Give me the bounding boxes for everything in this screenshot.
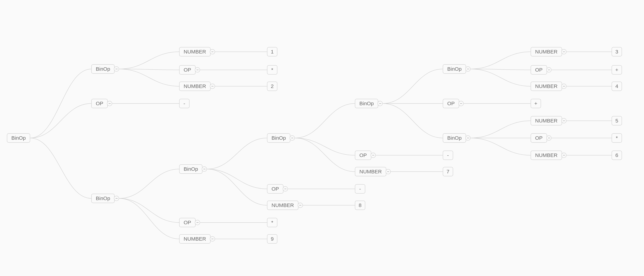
tree-node-A3: NUMBER− (179, 82, 215, 91)
collapse-toggle-icon[interactable]: − (107, 101, 112, 106)
collapse-toggle-icon[interactable]: − (378, 101, 383, 106)
collapse-toggle-icon[interactable]: − (202, 166, 207, 172)
collapse-toggle-icon[interactable]: − (195, 220, 200, 225)
tree-node-label: OP (531, 65, 547, 75)
tree-node-label: NUMBER (267, 201, 298, 210)
tree-node-value: + (612, 65, 622, 75)
tree-node-label: NUMBER (179, 234, 210, 243)
tree-node-value: * (612, 133, 622, 143)
tree-node-value: - (179, 99, 190, 108)
tree-node-value: 3 (612, 47, 622, 56)
tree-node-label: BinOp (267, 133, 290, 143)
tree-node-B3v: 9 (267, 234, 278, 243)
tree-node-B1a1cnv: 5 (612, 116, 622, 125)
tree-node-B1a3: NUMBER− (355, 167, 391, 176)
tree-node-A3v: 2 (267, 82, 278, 91)
collapse-toggle-icon[interactable]: − (195, 67, 200, 73)
collapse-toggle-icon[interactable]: − (465, 135, 470, 141)
collapse-toggle-icon[interactable]: − (210, 236, 215, 241)
collapse-toggle-icon[interactable]: − (465, 66, 470, 72)
tree-node-label: NUMBER (531, 82, 562, 91)
tree-node-B1a1am: NUMBER− (531, 82, 566, 91)
tree-node-B1a1co: OP− (531, 133, 552, 143)
tree-node-opAB: OP− (91, 99, 112, 108)
tree-node-label: OP (179, 65, 196, 75)
tree-node-label: OP (91, 99, 108, 108)
collapse-toggle-icon[interactable]: − (546, 135, 552, 141)
tree-node-value: - (355, 184, 365, 193)
tree-node-label: BinOp (355, 99, 378, 108)
tree-node-B1a1cmv: 6 (612, 151, 622, 160)
tree-node-label: OP (267, 184, 284, 193)
collapse-toggle-icon[interactable]: − (561, 118, 566, 123)
tree-node-label: NUMBER (355, 167, 386, 176)
tree-node-label: BinOp (443, 133, 466, 143)
tree-node-B1a1an: NUMBER− (531, 47, 566, 56)
tree-node-A2v: * (267, 65, 278, 75)
collapse-toggle-icon[interactable]: − (458, 101, 464, 106)
tree-node-label: BinOp (91, 64, 114, 74)
tree-node-value: 5 (612, 116, 622, 125)
tree-node-label: OP (179, 218, 196, 227)
tree-node-value: 1 (267, 47, 278, 56)
collapse-toggle-icon[interactable]: − (546, 67, 552, 73)
collapse-toggle-icon[interactable]: − (386, 169, 391, 174)
tree-node-B1a2: OP− (355, 151, 376, 160)
tree-node-root: BinOp (7, 133, 30, 143)
tree-node-A1v: 1 (267, 47, 278, 56)
collapse-toggle-icon[interactable]: − (283, 186, 288, 191)
tree-node-B1a3v: 7 (443, 167, 453, 176)
collapse-toggle-icon[interactable]: − (290, 135, 295, 141)
tree-node-value: - (443, 151, 453, 160)
tree-node-value: + (531, 99, 541, 108)
collapse-toggle-icon[interactable]: − (561, 153, 566, 158)
collapse-toggle-icon[interactable]: − (210, 84, 215, 89)
tree-node-label: OP (443, 99, 459, 108)
tree-node-B1a: BinOp− (267, 133, 295, 143)
collapse-toggle-icon[interactable]: − (561, 84, 566, 89)
tree-node-label: BinOp (443, 64, 466, 74)
tree-node-label: BinOp (91, 194, 114, 203)
tree-node-B1a1aov: + (612, 65, 622, 75)
tree-node-label: NUMBER (531, 151, 562, 160)
tree-node-label: NUMBER (179, 82, 210, 91)
tree-node-opABv: - (179, 99, 190, 108)
tree-node-A: BinOp− (91, 64, 119, 74)
tree-node-label: OP (355, 151, 371, 160)
tree-node-A1: NUMBER− (179, 47, 215, 56)
tree-node-B1cv: 8 (355, 201, 365, 210)
collapse-toggle-icon[interactable]: − (561, 49, 566, 54)
tree-node-label: NUMBER (179, 47, 210, 56)
tree-node-B1a1amv: 4 (612, 82, 622, 91)
tree-node-value: 9 (267, 234, 278, 243)
tree-node-label: NUMBER (531, 47, 562, 56)
tree-node-B1a1ao: OP− (531, 65, 552, 75)
tree-node-B1a1cov: * (612, 133, 622, 143)
tree-node-value: 2 (267, 82, 278, 91)
tree-node-B1a1cm: NUMBER− (531, 151, 566, 160)
tree-node-B: BinOp− (91, 194, 119, 203)
collapse-toggle-icon[interactable]: − (298, 203, 303, 208)
collapse-toggle-icon[interactable]: − (114, 66, 119, 72)
tree-node-B1a1: BinOp− (355, 99, 383, 108)
tree-node-B1a2v: - (443, 151, 453, 160)
tree-node-B2v: * (267, 218, 278, 227)
tree-node-label: NUMBER (531, 116, 562, 125)
tree-node-B1a1anv: 3 (612, 47, 622, 56)
tree-node-value: * (267, 65, 278, 75)
tree-node-B1c: NUMBER− (267, 201, 303, 210)
tree-node-label: BinOp (179, 164, 202, 174)
collapse-toggle-icon[interactable]: − (370, 153, 376, 158)
tree-node-label: BinOp (7, 133, 30, 143)
tree-node-B1a1bv: + (531, 99, 541, 108)
tree-node-B3: NUMBER− (179, 234, 215, 243)
tree-node-value: 7 (443, 167, 453, 176)
collapse-toggle-icon[interactable]: − (210, 49, 215, 54)
tree-node-B1a1c: BinOp− (443, 133, 470, 143)
tree-node-A2: OP− (179, 65, 200, 75)
tree-node-value: 4 (612, 82, 622, 91)
tree-node-value: * (267, 218, 278, 227)
collapse-toggle-icon[interactable]: − (114, 196, 119, 201)
tree-node-B1b: OP− (267, 184, 288, 193)
tree-node-B1bv: - (355, 184, 365, 193)
